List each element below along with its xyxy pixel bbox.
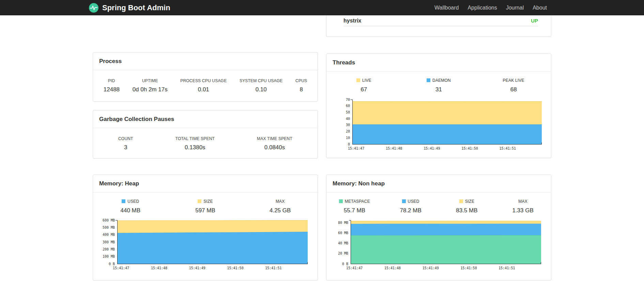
legend-value: 68 — [476, 86, 551, 93]
legend-label: USED — [408, 199, 419, 204]
nonheap-legend: METASPACE 55.7 MB USED 78.2 MB SIZE 83.5… — [326, 193, 551, 217]
dashboard: Process PID 12488 UPTIME 0d 0h 2m 17s PR… — [93, 15, 551, 280]
legend-max: MAX 1.33 GB — [495, 198, 551, 214]
svg-text:600 MB: 600 MB — [103, 218, 115, 222]
main-nav: Wallboard Applications Journal About — [430, 0, 551, 15]
svg-text:100 MB: 100 MB — [103, 255, 115, 258]
legend-value: 67 — [326, 86, 401, 93]
used-swatch — [122, 199, 125, 203]
svg-text:40 MB: 40 MB — [338, 241, 348, 245]
application-status-badge: UP — [531, 18, 538, 24]
application-status-card: hystrix UP — [326, 15, 551, 37]
stat-value: 0.01 — [180, 86, 227, 93]
svg-text:40: 40 — [346, 117, 350, 121]
legend-max: MAX 4.25 GB — [243, 198, 318, 214]
stat-label: TOTAL TIME SPENT — [175, 136, 215, 141]
size-swatch — [459, 199, 463, 203]
heartbeat-logo-icon — [89, 3, 99, 13]
legend-daemon: DAEMON 31 — [401, 77, 476, 93]
svg-text:15:41:47: 15:41:47 — [348, 147, 364, 150]
left-column: Process PID 12488 UPTIME 0d 0h 2m 17s PR… — [93, 15, 318, 280]
svg-text:50: 50 — [346, 110, 350, 114]
stat-gc-count: COUNT 3 — [118, 136, 133, 151]
svg-text:500 MB: 500 MB — [103, 226, 115, 229]
stat-value: 8 — [295, 86, 307, 93]
stat-pid: PID 12488 — [104, 78, 120, 93]
nav-item-journal[interactable]: Journal — [502, 0, 528, 15]
stat-uptime: UPTIME 0d 0h 2m 17s — [133, 78, 168, 93]
svg-text:15:41:49: 15:41:49 — [424, 147, 440, 150]
svg-text:15:41:48: 15:41:48 — [384, 266, 401, 270]
application-row-hystrix[interactable]: hystrix UP — [343, 15, 538, 26]
svg-text:10: 10 — [346, 136, 350, 140]
brand-link[interactable]: Spring Boot Admin — [89, 3, 170, 13]
svg-text:15:41:50: 15:41:50 — [462, 147, 478, 150]
legend-label: PEAK LIVE — [503, 78, 524, 83]
heap-legend: USED 440 MB SIZE 597 MB MAX 4.25 GB — [93, 193, 318, 217]
svg-text:30: 30 — [346, 123, 350, 127]
stat-value: 3 — [118, 144, 133, 151]
legend-label: SIZE — [203, 199, 213, 204]
brand-title: Spring Boot Admin — [102, 3, 170, 12]
stat-value: 0.1380s — [175, 144, 215, 151]
legend-peak-live: PEAK LIVE 68 — [476, 77, 551, 93]
legend-used: USED 78.2 MB — [383, 198, 439, 214]
svg-text:20: 20 — [346, 130, 350, 133]
stat-label: CPUS — [295, 78, 307, 83]
legend-size: SIZE 83.5 MB — [439, 198, 495, 214]
memory-nonheap-card: Memory: Non heap METASPACE 55.7 MB USED … — [326, 174, 551, 280]
svg-text:15:41:50: 15:41:50 — [227, 266, 244, 270]
svg-text:15:41:47: 15:41:47 — [346, 266, 363, 270]
nav-item-applications[interactable]: Applications — [463, 0, 501, 15]
legend-label: LIVE — [362, 78, 371, 83]
process-card-title: Process — [93, 52, 318, 70]
memory-heap-card: Memory: Heap USED 440 MB SIZE 597 MB MAX… — [93, 174, 318, 280]
svg-text:15:41:49: 15:41:49 — [423, 266, 439, 270]
stat-system-cpu: SYSTEM CPU USAGE 0.10 — [240, 78, 283, 93]
legend-value: 83.5 MB — [439, 207, 495, 214]
legend-used: USED 440 MB — [93, 198, 168, 214]
svg-text:15:41:51: 15:41:51 — [500, 147, 516, 150]
svg-text:15:41:51: 15:41:51 — [499, 266, 515, 270]
stat-label: UPTIME — [133, 78, 168, 83]
svg-text:0 B: 0 B — [342, 262, 348, 266]
legend-label: SIZE — [465, 199, 474, 204]
daemon-swatch — [427, 78, 430, 82]
gc-stats: COUNT 3 TOTAL TIME SPENT 0.1380s MAX TIM… — [93, 128, 318, 158]
legend-live: LIVE 67 — [326, 77, 401, 93]
stat-label: PID — [104, 78, 120, 83]
stat-gc-total-time: TOTAL TIME SPENT 0.1380s — [175, 136, 215, 151]
stat-label: COUNT — [118, 136, 133, 141]
svg-text:15:41:48: 15:41:48 — [151, 266, 167, 270]
threads-card: Threads LIVE 67 DAEMON 31 PEAK LIVE 68 0… — [326, 54, 551, 158]
svg-text:15:41:47: 15:41:47 — [113, 266, 129, 270]
legend-value: 1.33 GB — [495, 207, 551, 214]
svg-text:60 MB: 60 MB — [338, 231, 348, 235]
application-name: hystrix — [343, 18, 361, 24]
legend-label: MAX — [276, 199, 285, 204]
navbar: Spring Boot Admin Wallboard Applications… — [0, 0, 644, 15]
process-card: Process PID 12488 UPTIME 0d 0h 2m 17s PR… — [93, 52, 318, 102]
stat-value: 12488 — [104, 86, 120, 93]
legend-label: USED — [127, 199, 139, 204]
gc-card-title: Garbage Collection Pauses — [93, 110, 318, 128]
stat-value: 0d 0h 2m 17s — [133, 86, 168, 93]
stat-gc-max-time: MAX TIME SPENT 0.0840s — [257, 136, 292, 151]
legend-value: 55.7 MB — [326, 207, 383, 214]
nav-item-wallboard[interactable]: Wallboard — [430, 0, 463, 15]
nonheap-memory-chart: 0 B20 MB40 MB60 MB80 MB15:41:4715:41:481… — [326, 217, 551, 272]
nav-item-about[interactable]: About — [528, 0, 551, 15]
metaspace-swatch — [339, 199, 343, 203]
legend-value: 597 MB — [168, 207, 243, 214]
legend-label: DAEMON — [432, 78, 451, 83]
svg-text:70: 70 — [346, 98, 350, 102]
svg-text:15:41:49: 15:41:49 — [189, 266, 205, 270]
svg-text:400 MB: 400 MB — [103, 233, 115, 237]
nonheap-card-title: Memory: Non heap — [326, 175, 551, 193]
svg-text:15:41:50: 15:41:50 — [461, 266, 477, 270]
svg-text:0: 0 — [348, 142, 350, 146]
threads-card-title: Threads — [326, 54, 551, 72]
svg-text:80 MB: 80 MB — [338, 221, 348, 225]
stat-value: 0.10 — [240, 86, 283, 93]
heap-card-title: Memory: Heap — [93, 175, 318, 193]
